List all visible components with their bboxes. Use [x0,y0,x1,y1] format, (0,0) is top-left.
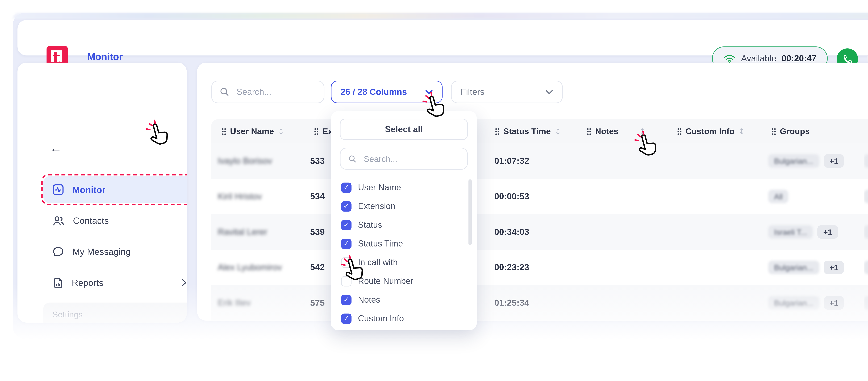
column-header-status-time[interactable]: Status Time ↕ [495,119,561,143]
columns-dropdown-panel: Select all ✓ User Name ✓ Extension [331,111,477,330]
group-badge: Bulgarian... [768,154,819,168]
column-option-label: Extension [358,201,396,211]
status-time-cell: 00:00:53 [494,179,529,214]
sidebar-item-my-messaging[interactable]: My Messaging [43,238,187,265]
status-time-cell: 00:23:23 [494,250,529,285]
groups-cell: Israeli T... +1 [768,214,838,250]
column-option[interactable]: ✓ Status [331,215,477,234]
column-option-label: Notes [358,295,380,305]
presence-timer: 00:20:47 [781,54,816,63]
group-badge: All [768,189,788,203]
filters-dropdown-button[interactable]: Filters [451,80,563,103]
column-option[interactable]: ✓ Custom Info [331,309,477,328]
queue-badge: All [864,189,868,203]
queue-badge: Bulgaria [864,261,868,274]
extension-cell: 533 [310,143,325,179]
user-name-cell: Alex Lyubomirov [218,250,282,285]
sidebar: ← Monitor Contacts [18,63,187,322]
table-row[interactable]: Kiril Hristov 534 00:00:53 All All [211,179,868,214]
column-option[interactable]: ✓ Extension [331,197,477,215]
checkbox[interactable]: ✓ [341,182,351,193]
checkbox[interactable]: ✓ [341,238,351,249]
sort-icon[interactable]: ↕ [278,127,284,136]
table-row[interactable]: Ravital Lerer 539 00:34:03 Israeli T... … [211,214,868,250]
column-option[interactable]: ✓ User Name [331,178,477,197]
sidebar-item-label: My Messaging [72,246,187,257]
table-search-field[interactable] [211,80,324,103]
search-icon [220,87,229,97]
group-extra-badge[interactable]: +1 [824,261,844,274]
queues-cell: Israeli T [864,214,868,250]
page-title: Monitor [87,51,123,62]
status-time-cell: 00:34:03 [494,214,529,250]
drag-grip-icon[interactable] [587,128,591,135]
cursor-hand-icon [420,90,452,125]
drag-grip-icon[interactable] [495,128,499,135]
queues-cell: Bulgaria [864,143,868,179]
collapse-sidebar-button[interactable]: ← [50,140,67,157]
queue-badge: Israeli T [864,225,868,239]
filters-button-label: Filters [461,87,485,97]
top-bar: t Monitor Available 00:20:47 [18,20,868,56]
drag-grip-icon[interactable] [222,128,226,135]
column-option-label: User Name [358,182,401,192]
drag-grip-icon[interactable] [772,128,776,135]
queues-cell: Bulgaria [864,250,868,285]
cursor-hand-icon [632,129,664,164]
user-name-cell: Kiril Hristov [218,179,262,214]
column-option-label: Status [358,220,382,230]
queues-cell: All [864,179,868,214]
search-input[interactable] [235,86,315,97]
column-options-list: ✓ User Name ✓ Extension ✓ Status ✓ Statu… [331,178,477,327]
app-window: t Monitor Available 00:20:47 [0,0,868,381]
sort-icon[interactable]: ↕ [738,127,745,136]
contacts-icon [52,215,65,227]
column-option[interactable]: ✓ Notes [331,290,477,309]
dropdown-search-field[interactable] [340,148,468,170]
dropdown-scrollbar[interactable] [468,179,472,245]
column-header-user-name[interactable]: User Name ↕ [222,119,284,143]
decorative-gradient-strip [13,13,868,19]
column-option[interactable]: ✓ Status Time [331,234,477,253]
cursor-hand-icon [339,253,371,288]
column-header-groups[interactable]: Groups [772,119,810,143]
columns-button-label: 26 / 28 Columns [340,87,407,97]
search-icon [348,154,356,163]
groups-cell: Bulgarian... +1 [768,143,844,179]
column-header-custom-info[interactable]: Custom Info ↕ [677,119,745,143]
cursor-hand-icon [144,118,176,153]
table-row[interactable]: Alex Lyubomirov 542 00:23:23 Bulgarian..… [211,250,868,285]
column-option-label: Custom Info [358,314,404,323]
group-extra-badge[interactable]: +1 [824,154,844,168]
column-option-label: Status Time [358,239,403,248]
queue-badge: Bulgaria [864,154,868,168]
sort-icon[interactable]: ↕ [555,127,561,136]
extension-cell: 542 [310,250,325,285]
presence-label: Available [741,54,776,63]
drag-grip-icon[interactable] [677,128,682,135]
group-badge: Israeli T... [768,225,813,239]
user-name-cell: Ravital Lerer [218,214,267,250]
chat-bubble-icon [52,246,64,257]
annotation-highlight-box [41,174,187,205]
table-header-row: User Name ↕ Extension Status Time ↕ Note… [211,119,868,143]
chevron-down-icon [545,89,553,95]
user-name-cell: Ivaylo Borisov [218,143,272,179]
groups-cell: Bulgarian... +1 [768,250,844,285]
sidebar-item-contacts[interactable]: Contacts [43,207,187,234]
extension-cell: 534 [310,179,325,214]
sidebar-item-label: Contacts [73,215,187,226]
extension-cell: 539 [310,214,325,250]
checkbox[interactable]: ✓ [341,313,351,324]
status-time-cell: 01:07:32 [494,143,529,179]
group-badge: Bulgarian... [768,261,819,274]
group-extra-badge[interactable]: +1 [817,225,838,239]
checkbox[interactable]: ✓ [341,201,351,211]
groups-cell: All [768,179,788,214]
drag-grip-icon[interactable] [314,128,318,135]
dropdown-search-input[interactable] [363,153,449,164]
table-row[interactable]: Ivaylo Borisov 533 01:07:32 Bulgarian...… [211,143,868,179]
checkbox[interactable]: ✓ [341,220,351,230]
column-header-queues[interactable]: Queues [867,119,868,143]
checkbox[interactable]: ✓ [341,295,351,305]
